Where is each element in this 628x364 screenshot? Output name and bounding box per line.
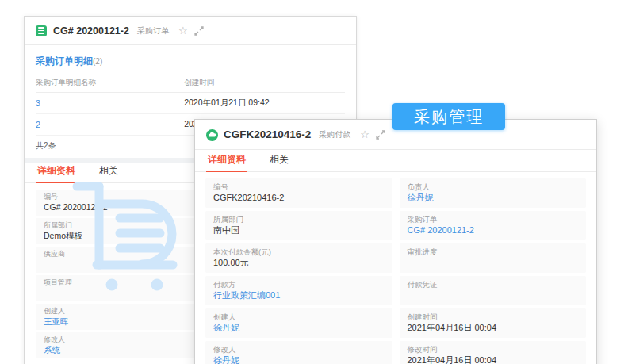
purchase-payment-fields: 编号 CGFK20210416-2 负责人 徐丹妮 所属部门 南中国 采购订单 … (195, 172, 596, 364)
row-created-time: 2020年01月21日 09:42 (184, 93, 345, 114)
creator-link[interactable]: 王亚晖 (44, 316, 69, 326)
purchase-management-badge: 采购管理 (392, 103, 505, 130)
field-payment-voucher: 付款凭证 (400, 276, 587, 305)
purchase-order-entity-label: 采购订单 (137, 25, 169, 36)
tab-detail[interactable]: 详细资料 (36, 164, 77, 182)
expand-icon[interactable] (376, 130, 385, 140)
payer-link[interactable]: 行业政策汇编001 (213, 290, 280, 300)
field-modifier: 修改人 徐丹妮 (205, 341, 392, 364)
page: CG# 20200121-2 采购订单 ☆ 采购订单明细(2) 采购订单明细名称… (0, 0, 628, 364)
owner-link[interactable]: 徐丹妮 (408, 193, 434, 202)
modifier-link[interactable]: 系统 (44, 345, 60, 354)
expand-icon[interactable] (194, 26, 204, 36)
modifier-link[interactable]: 徐丹妮 (213, 355, 239, 364)
table-row: 3 2020年01月21日 09:42 (36, 93, 345, 114)
field-approval-progress: 审批进度 (400, 243, 587, 273)
purchase-order-title: CG# 20200121-2 (53, 25, 129, 36)
tab-related[interactable]: 相关 (98, 164, 120, 182)
related-list-title-text: 采购订单明细 (36, 56, 93, 67)
purchase-payment-tabs: 详细资料 相关 (195, 150, 596, 172)
field-payment-amount: 本次付款金额(元) 100.00元 (205, 243, 392, 273)
purchase-payment-entity-label: 采购付款 (319, 129, 350, 140)
purchase-order-header: CG# 20200121-2 采购订单 ☆ (25, 17, 356, 45)
row-name-link[interactable]: 2 (36, 120, 40, 129)
purchase-payment-title: CGFK20210416-2 (224, 128, 311, 140)
column-header-name: 采购订单明细名称 (36, 74, 184, 93)
purchase-payment-icon (206, 129, 217, 140)
related-list-count: (2) (93, 57, 102, 66)
field-department: 所属部门 南中国 (205, 211, 392, 240)
field-create-time: 创建时间 2021年04月16日 00:04 (400, 308, 587, 338)
field-payer: 付款方 行业政策汇编001 (205, 276, 392, 305)
creator-link[interactable]: 徐丹妮 (213, 323, 239, 332)
field-modify-time: 修改时间 2021年04月16日 00:04 (400, 341, 587, 364)
related-list-title: 采购订单明细(2) (36, 53, 345, 68)
field-owner: 负责人 徐丹妮 (400, 178, 587, 208)
row-name-link[interactable]: 3 (36, 98, 40, 108)
tab-detail[interactable]: 详细资料 (206, 153, 247, 171)
field-purchase-order-ref: 采购订单 CG# 20200121-2 (400, 211, 587, 240)
field-number: 编号 CGFK20210416-2 (205, 178, 392, 208)
field-creator: 创建人 徐丹妮 (205, 308, 392, 338)
purchase-order-icon (36, 25, 47, 36)
favorite-star-icon[interactable]: ☆ (178, 25, 188, 36)
purchase-order-link[interactable]: CG# 20200121-2 (408, 225, 474, 235)
column-header-created: 创建时间 (184, 74, 345, 93)
purchase-payment-card: CGFK20210416-2 采购付款 ☆ 详细资料 相关 编号 CGFK202… (194, 119, 597, 364)
tab-related[interactable]: 相关 (268, 153, 290, 171)
favorite-star-icon[interactable]: ☆ (360, 129, 370, 140)
